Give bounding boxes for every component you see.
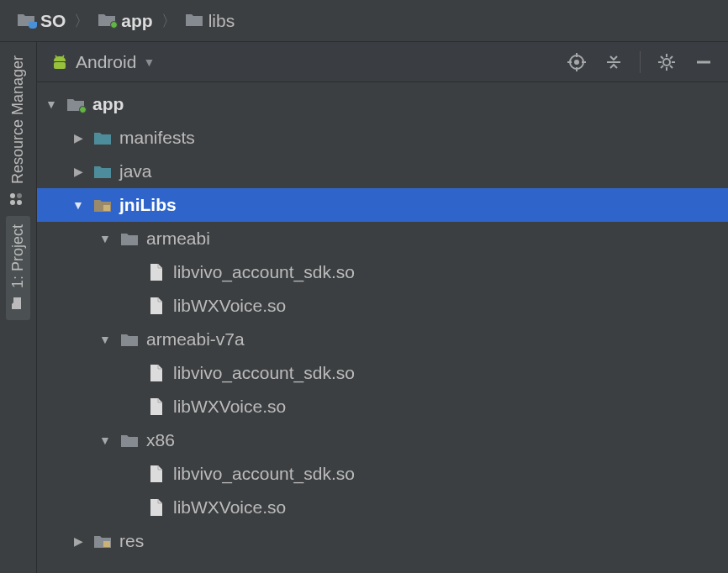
tree-label: res (119, 531, 144, 551)
tree-node-armeabi-v7a[interactable]: ▼ armeabi-v7a (37, 323, 728, 356)
tree-node-file[interactable]: ▶ libWXVoice.so (37, 390, 728, 423)
svg-point-14 (663, 59, 670, 66)
project-icon (10, 297, 27, 310)
sidebar-tab-label: 1: Project (9, 224, 27, 288)
file-icon (146, 364, 166, 382)
chevron-down-icon: ▼ (143, 55, 155, 69)
target-icon (567, 53, 586, 71)
sidebar-tab-label: Resource Manager (9, 55, 27, 184)
tree-node-app[interactable]: ▼ app (37, 87, 728, 121)
expand-arrow-icon[interactable]: ▼ (98, 333, 113, 346)
expand-arrow-icon[interactable]: ▶ (71, 131, 86, 145)
settings-button[interactable] (652, 48, 681, 76)
svg-point-2 (18, 200, 23, 205)
breadcrumb: SO 〉 app 〉 libs (0, 0, 728, 42)
svg-point-1 (11, 193, 16, 198)
svg-line-22 (670, 56, 673, 59)
hide-button[interactable] (689, 48, 718, 76)
tree-label: libWXVoice.so (173, 397, 286, 417)
module-folder-icon (66, 97, 86, 112)
tool-window-bar: Resource Manager 1: Project (0, 42, 37, 573)
tree-node-file[interactable]: ▶ libWXVoice.so (37, 289, 728, 323)
tree-label: libvivo_account_sdk.so (173, 262, 355, 282)
project-panel: Android ▼ ▼ (37, 42, 728, 573)
folder-icon (92, 164, 113, 179)
tree-label: armeabi-v7a (146, 329, 245, 350)
collapse-all-button[interactable] (599, 48, 628, 76)
resource-manager-icon (10, 192, 27, 206)
breadcrumb-item-so[interactable]: SO (13, 9, 69, 33)
toolbar-separator (640, 51, 641, 73)
folder-icon (119, 332, 140, 347)
tree-node-res[interactable]: ▶ res (37, 524, 728, 558)
module-folder-icon (98, 11, 116, 31)
expand-arrow-icon[interactable]: ▼ (98, 434, 113, 447)
svg-line-19 (661, 56, 663, 59)
tree-label: jniLibs (119, 195, 177, 215)
expand-arrow-icon[interactable]: ▶ (71, 534, 86, 548)
breadcrumb-label: SO (40, 11, 66, 31)
tree-label: x86 (146, 430, 175, 450)
gear-icon (657, 53, 676, 71)
breadcrumb-label: libs (208, 11, 235, 31)
tree-label: manifests (119, 128, 195, 148)
chevron-right-icon: 〉 (74, 11, 89, 31)
chevron-right-icon: 〉 (161, 11, 177, 31)
generated-folder-icon (92, 534, 113, 549)
view-label: Android (76, 52, 136, 72)
project-tree[interactable]: ▼ app ▶ manifests ▶ java (37, 82, 728, 573)
folder-icon (119, 433, 140, 448)
tree-label: libvivo_account_sdk.so (173, 464, 355, 484)
tree-node-file[interactable]: ▶ libvivo_account_sdk.so (37, 457, 728, 491)
svg-rect-24 (103, 205, 110, 211)
folder-icon (92, 130, 113, 145)
minimize-icon (694, 53, 713, 71)
svg-point-3 (18, 193, 23, 198)
tree-node-java[interactable]: ▶ java (37, 155, 728, 188)
svg-rect-4 (54, 62, 66, 69)
tree-label: libWXVoice.so (173, 296, 286, 316)
folder-icon (119, 231, 140, 246)
svg-line-21 (661, 66, 663, 68)
tree-node-file[interactable]: ▶ libvivo_account_sdk.so (37, 255, 728, 289)
tree-label: java (119, 161, 152, 181)
tree-label: armeabi (146, 229, 210, 249)
breadcrumb-item-libs[interactable]: libs (182, 9, 239, 33)
expand-arrow-icon[interactable]: ▶ (71, 165, 86, 178)
folder-icon (185, 11, 203, 31)
tree-node-file[interactable]: ▶ libvivo_account_sdk.so (37, 356, 728, 390)
tree-node-file[interactable]: ▶ libWXVoice.so (37, 491, 728, 524)
file-icon (146, 397, 166, 416)
breadcrumb-item-app[interactable]: app (94, 9, 156, 33)
tree-node-jnilibs[interactable]: ▼ jniLibs (37, 188, 728, 222)
tree-label: libvivo_account_sdk.so (173, 363, 355, 383)
file-icon (146, 498, 166, 517)
expand-arrow-icon[interactable]: ▼ (98, 232, 113, 245)
tree-node-armeabi[interactable]: ▼ armeabi (37, 222, 728, 255)
panel-header: Android ▼ (37, 42, 728, 82)
android-icon (50, 53, 69, 71)
library-folder-icon (92, 197, 113, 213)
svg-point-0 (11, 200, 16, 205)
file-icon (146, 297, 166, 315)
file-icon (146, 465, 166, 483)
sidebar-tab-resource-manager[interactable]: Resource Manager (6, 47, 30, 216)
tree-node-manifests[interactable]: ▶ manifests (37, 121, 728, 155)
file-icon (146, 263, 166, 281)
expand-arrow-icon[interactable]: ▼ (44, 97, 59, 111)
tree-node-x86[interactable]: ▼ x86 (37, 423, 728, 457)
svg-line-20 (670, 66, 673, 68)
breadcrumb-label: app (121, 11, 152, 31)
sidebar-tab-project[interactable]: 1: Project (6, 216, 30, 320)
svg-point-8 (574, 60, 579, 65)
tree-label: app (92, 94, 124, 114)
view-selector[interactable]: Android ▼ (47, 50, 158, 74)
main-split: Resource Manager 1: Project Android ▼ (0, 42, 728, 573)
collapse-icon (604, 53, 623, 71)
tree-label: libWXVoice.so (173, 497, 286, 518)
module-folder-icon (17, 11, 35, 31)
svg-rect-25 (103, 541, 110, 547)
expand-arrow-icon[interactable]: ▼ (71, 198, 86, 212)
select-opened-file-button[interactable] (562, 48, 591, 76)
